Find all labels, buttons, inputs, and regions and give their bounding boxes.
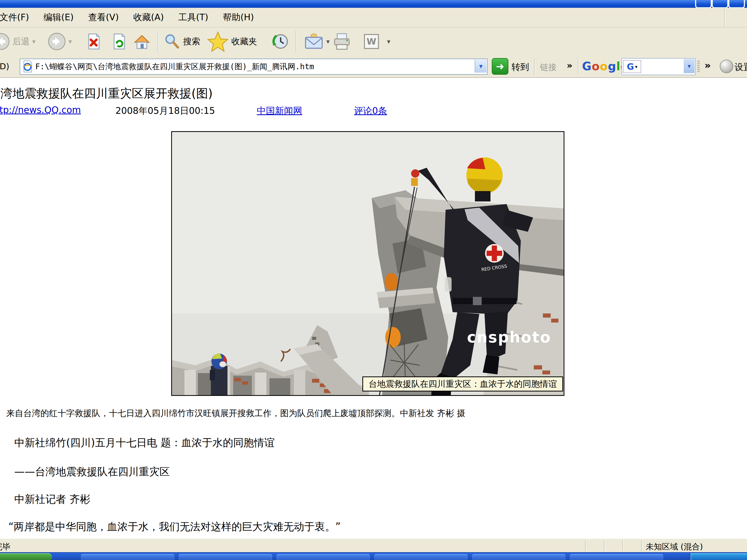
google-settings-sphere-icon[interactable]: [720, 60, 733, 73]
edit-with-word-button[interactable]: W: [364, 27, 379, 55]
addressbar-separator: [534, 58, 535, 75]
status-done-text: 完毕: [0, 541, 10, 552]
history-icon: [270, 32, 290, 51]
google-letter: G: [582, 60, 592, 73]
taskbar-window-button[interactable]: [179, 554, 272, 560]
links-chevron-icon[interactable]: »: [567, 60, 572, 71]
mail-button[interactable]: ▾: [304, 27, 330, 55]
search-label: 搜索: [183, 36, 200, 48]
menu-edit[interactable]: 编辑(E): [36, 11, 81, 23]
address-value: F:\蝴蝶谷\网页\台湾地震救援队在四川重灾区展开救援(图)_新闻_腾讯网.ht…: [35, 61, 314, 72]
forward-icon: [48, 32, 66, 51]
home-button[interactable]: [133, 27, 150, 55]
ie-page-icon: [22, 60, 33, 73]
address-label: 地址(D): [0, 61, 9, 72]
mail-icon: [304, 33, 324, 50]
close-button[interactable]: [728, 0, 745, 8]
go-arrow-icon: ➜: [496, 61, 504, 71]
status-zone-text: 未知区域 (混合): [646, 541, 703, 552]
google-g-icon: G: [627, 61, 634, 72]
print-button[interactable]: [332, 27, 352, 55]
address-bar: 地址(D) F:\蝴蝶谷\网页\台湾地震救援队在四川重灾区展开救援(图)_新闻_…: [0, 56, 747, 77]
print-icon: [332, 32, 352, 51]
search-icon: [163, 33, 181, 50]
status-separator: [585, 540, 586, 551]
menu-bar: 文件(F) 编辑(E) 查看(V) 收藏(A) 工具(T) 帮助(H): [0, 8, 747, 27]
address-dropdown-button[interactable]: ▾: [475, 60, 487, 73]
menu-help[interactable]: 帮助(H): [215, 11, 261, 23]
browser-viewport: 台湾地震救援队在四川重灾区展开救援(图) http://news.QQ.com …: [0, 77, 747, 539]
history-button[interactable]: [270, 27, 290, 55]
back-button[interactable]: 后退 ▾: [0, 27, 35, 55]
word-icon: W: [364, 34, 379, 49]
status-bar: 完毕 未知区域 (混合): [0, 538, 747, 553]
more-dropdown-icon: ▾: [387, 37, 390, 45]
start-button[interactable]: [0, 553, 52, 560]
article-paragraph: 中新社绵竹(四川)五月十七日电 题：血浓于水的同胞情谊: [14, 435, 275, 450]
toolbar-separator: [158, 31, 159, 52]
menu-view[interactable]: 查看(V): [81, 11, 126, 23]
toolbar-separator: [296, 31, 297, 52]
status-separator: [641, 540, 642, 551]
address-input[interactable]: F:\蝴蝶谷\网页\台湾地震救援队在四川重灾区展开救援(图)_新闻_腾讯网.ht…: [20, 59, 488, 75]
taskbar-window-button[interactable]: [570, 554, 663, 560]
photo-caption: 来自台湾的红十字救援队，十七日进入四川绵竹市汉旺镇展开搜救工作，图为队员们爬上废…: [6, 407, 465, 419]
article-paragraph: 中新社记者 齐彬: [14, 492, 90, 506]
stop-icon: [85, 33, 102, 50]
stop-button[interactable]: [85, 27, 102, 55]
google-toolbar-chevron-icon[interactable]: »: [704, 60, 711, 71]
google-letter: g: [608, 60, 617, 73]
go-button[interactable]: ➜: [492, 58, 508, 75]
favorites-button[interactable]: 收藏夹: [207, 27, 257, 55]
article-title: 台湾地震救援队在四川重灾区展开救援(图): [0, 85, 213, 102]
google-search-mode-button[interactable]: G ▾: [623, 60, 641, 73]
article-paragraph: “两岸都是中华同胞，血浓于水，我们无法对这样的巨大灾难无动于衷。”: [8, 519, 340, 534]
google-settings-label[interactable]: 设置: [735, 61, 747, 73]
status-separator: [604, 540, 605, 551]
taskbar-window-button[interactable]: [81, 554, 174, 560]
google-letter: o: [600, 60, 608, 73]
agency-link[interactable]: 中国新闻网: [257, 105, 302, 117]
search-button[interactable]: 搜索: [163, 27, 200, 55]
refresh-button[interactable]: [111, 27, 127, 55]
taskbar-window-button[interactable]: [277, 554, 370, 560]
word-letter: W: [366, 36, 376, 47]
menu-file[interactable]: 文件(F): [0, 11, 36, 23]
maximize-button[interactable]: [712, 0, 728, 8]
menu-favorites[interactable]: 收藏(A): [126, 11, 171, 23]
rescue-photo-illustration: RED CROSS cnsphoto: [172, 132, 564, 395]
news-photo: RED CROSS cnsphoto 台地震救援队在四川重灾区：血浓于水的同胞情…: [171, 131, 564, 396]
toolbar-more-dropdown[interactable]: ▾: [387, 27, 390, 55]
minimize-button[interactable]: [695, 0, 712, 8]
back-dropdown-icon: ▾: [32, 37, 35, 45]
taskbar-window-button[interactable]: [374, 554, 468, 560]
article-date: 2008年05月18日00:15: [115, 105, 215, 117]
article-paragraph: ——台湾地震救援队在四川重灾区: [14, 464, 170, 479]
google-search-dropdown-icon: ▾: [688, 62, 691, 70]
google-search-box[interactable]: G ▾ ▾: [621, 58, 696, 75]
go-label[interactable]: 转到: [512, 61, 529, 73]
source-link[interactable]: http://news.QQ.com: [0, 105, 81, 115]
addressbar-separator: [578, 58, 579, 75]
system-tray[interactable]: [690, 553, 747, 560]
google-search-dropdown-button[interactable]: ▾: [684, 59, 695, 73]
forward-button[interactable]: ▾: [48, 27, 72, 55]
standard-toolbar: 后退 ▾ ▾: [0, 27, 747, 57]
forward-dropdown-icon: ▾: [69, 37, 72, 45]
home-icon: [133, 33, 150, 50]
google-letter: o: [592, 60, 600, 73]
google-letter: l: [616, 60, 620, 73]
back-icon: [0, 33, 10, 50]
status-separator: [622, 540, 623, 551]
menu-tools[interactable]: 工具(T): [171, 11, 215, 23]
refresh-icon: [111, 33, 127, 50]
mail-dropdown-icon: ▾: [326, 37, 330, 45]
links-label[interactable]: 链接: [540, 62, 557, 73]
taskbar-window-button[interactable]: [472, 554, 565, 560]
toolbar-logo-divider: [724, 8, 725, 26]
photo-watermark: cnsphoto: [467, 328, 551, 346]
back-label: 后退: [12, 36, 30, 48]
comments-link[interactable]: 评论0条: [354, 105, 387, 117]
address-dropdown-icon: ▾: [479, 62, 483, 70]
toolbar-grip[interactable]: [697, 61, 700, 72]
